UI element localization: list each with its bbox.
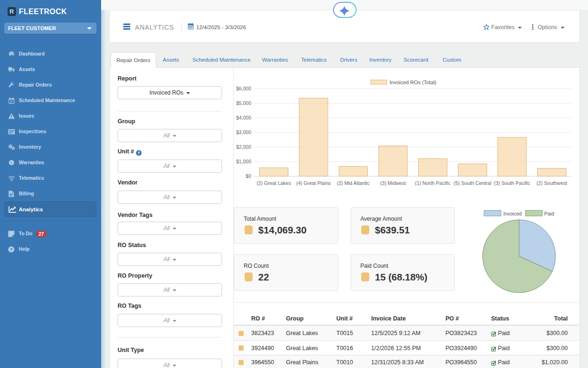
svg-text:(1) North Pacific: (1) North Pacific (415, 180, 450, 186)
svg-text:$6,000: $6,000 (236, 86, 251, 91)
svg-text:(5) South Central: (5) South Central (454, 180, 492, 186)
svg-text:$3,000: $3,000 (236, 129, 251, 135)
svg-text:(2) Mid Atlantic: (2) Mid Atlantic (337, 180, 369, 186)
svg-text:(2) Great Lakes: (2) Great Lakes (257, 180, 291, 186)
svg-text:(4) Great Plains: (4) Great Plains (296, 180, 331, 186)
svg-text:Invoiced ROs (Total): Invoiced ROs (Total) (389, 80, 437, 85)
svg-text:$5,000: $5,000 (236, 100, 251, 106)
svg-text:Invoiced: Invoiced (503, 211, 522, 216)
svg-text:(3) South Pacific: (3) South Pacific (494, 180, 530, 186)
svg-text:$0: $0 (246, 173, 251, 179)
svg-text:$4,000: $4,000 (236, 115, 251, 120)
svg-text:?: ? (10, 247, 13, 252)
svg-text:(2) Southwest: (2) Southwest (537, 180, 567, 186)
svg-text:(3) Midwest: (3) Midwest (380, 180, 405, 186)
svg-text:$1,000: $1,000 (236, 159, 251, 164)
svg-text:$2,000: $2,000 (236, 144, 251, 150)
svg-text:Paid: Paid (544, 211, 554, 216)
